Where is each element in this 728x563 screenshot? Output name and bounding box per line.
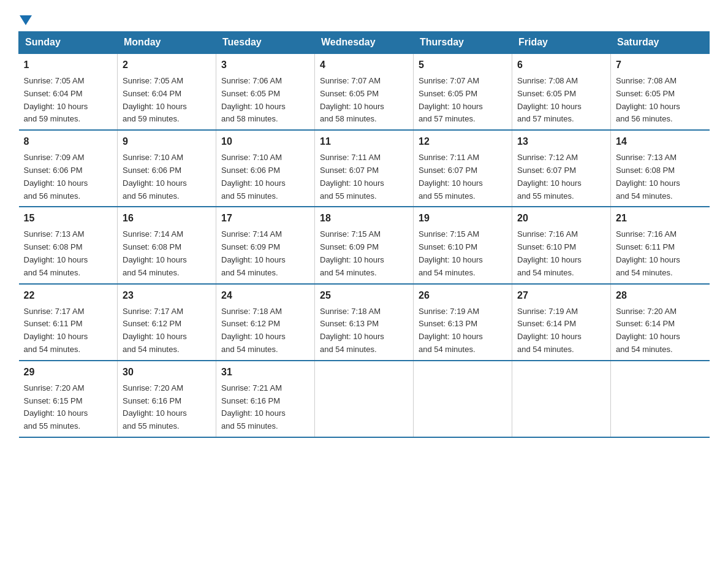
day-info: Sunrise: 7:07 AMSunset: 6:05 PMDaylight:…	[419, 76, 483, 123]
day-number: 16	[123, 211, 211, 226]
calendar-cell: 5 Sunrise: 7:07 AMSunset: 6:05 PMDayligh…	[414, 53, 512, 130]
calendar-cell: 24 Sunrise: 7:18 AMSunset: 6:12 PMDaylig…	[216, 284, 315, 361]
day-info: Sunrise: 7:20 AMSunset: 6:16 PMDaylight:…	[123, 383, 187, 431]
day-info: Sunrise: 7:14 AMSunset: 6:09 PMDaylight:…	[221, 229, 286, 277]
page-header	[18, 12, 710, 25]
day-number: 5	[419, 58, 507, 72]
day-number: 2	[123, 58, 211, 72]
day-number: 3	[221, 58, 309, 72]
calendar-cell: 7 Sunrise: 7:08 AMSunset: 6:05 PMDayligh…	[611, 53, 710, 130]
calendar-cell: 2 Sunrise: 7:05 AMSunset: 6:04 PMDayligh…	[118, 53, 216, 130]
calendar-cell: 6 Sunrise: 7:08 AMSunset: 6:05 PMDayligh…	[512, 53, 611, 130]
calendar-cell: 11 Sunrise: 7:11 AMSunset: 6:07 PMDaylig…	[315, 130, 414, 207]
calendar-cell: 31 Sunrise: 7:21 AMSunset: 6:16 PMDaylig…	[216, 361, 315, 437]
day-header-tuesday: Tuesday	[216, 32, 315, 54]
day-info: Sunrise: 7:20 AMSunset: 6:14 PMDaylight:…	[616, 307, 680, 354]
day-number: 29	[24, 365, 113, 380]
day-header-wednesday: Wednesday	[315, 32, 414, 54]
calendar-week-3: 15 Sunrise: 7:13 AMSunset: 6:08 PMDaylig…	[19, 207, 710, 283]
day-header-thursday: Thursday	[414, 32, 512, 54]
calendar-week-5: 29 Sunrise: 7:20 AMSunset: 6:15 PMDaylig…	[19, 361, 710, 437]
calendar-cell	[414, 361, 512, 437]
calendar-cell: 21 Sunrise: 7:16 AMSunset: 6:11 PMDaylig…	[611, 207, 710, 283]
calendar-cell	[611, 361, 710, 437]
calendar-cell: 14 Sunrise: 7:13 AMSunset: 6:08 PMDaylig…	[611, 130, 710, 207]
day-number: 7	[616, 58, 705, 72]
day-info: Sunrise: 7:13 AMSunset: 6:08 PMDaylight:…	[616, 153, 680, 200]
day-number: 10	[221, 134, 309, 149]
calendar-cell: 10 Sunrise: 7:10 AMSunset: 6:06 PMDaylig…	[216, 130, 315, 207]
day-number: 9	[123, 134, 211, 149]
day-number: 15	[24, 211, 113, 226]
day-number: 13	[517, 134, 605, 149]
day-info: Sunrise: 7:18 AMSunset: 6:13 PMDaylight:…	[320, 307, 384, 354]
day-info: Sunrise: 7:09 AMSunset: 6:06 PMDaylight:…	[24, 153, 88, 200]
calendar-cell: 12 Sunrise: 7:11 AMSunset: 6:07 PMDaylig…	[414, 130, 512, 207]
day-number: 24	[221, 288, 309, 303]
day-number: 12	[419, 134, 507, 149]
day-number: 14	[616, 134, 705, 149]
day-header-friday: Friday	[512, 32, 611, 54]
calendar-cell: 20 Sunrise: 7:16 AMSunset: 6:10 PMDaylig…	[512, 207, 611, 283]
calendar-week-4: 22 Sunrise: 7:17 AMSunset: 6:11 PMDaylig…	[19, 284, 710, 361]
day-info: Sunrise: 7:17 AMSunset: 6:12 PMDaylight:…	[123, 307, 187, 354]
day-number: 1	[24, 58, 113, 72]
calendar-cell: 4 Sunrise: 7:07 AMSunset: 6:05 PMDayligh…	[315, 53, 414, 130]
day-info: Sunrise: 7:16 AMSunset: 6:11 PMDaylight:…	[616, 229, 680, 277]
calendar-week-2: 8 Sunrise: 7:09 AMSunset: 6:06 PMDayligh…	[19, 130, 710, 207]
day-number: 8	[24, 134, 113, 149]
day-info: Sunrise: 7:07 AMSunset: 6:05 PMDaylight:…	[320, 76, 384, 123]
day-number: 4	[320, 58, 408, 72]
day-info: Sunrise: 7:17 AMSunset: 6:11 PMDaylight:…	[24, 307, 88, 354]
day-header-sunday: Sunday	[19, 32, 118, 54]
day-info: Sunrise: 7:08 AMSunset: 6:05 PMDaylight:…	[517, 76, 582, 123]
day-number: 31	[221, 365, 309, 380]
day-number: 19	[419, 211, 507, 226]
calendar-cell: 29 Sunrise: 7:20 AMSunset: 6:15 PMDaylig…	[19, 361, 118, 437]
day-info: Sunrise: 7:15 AMSunset: 6:10 PMDaylight:…	[419, 229, 483, 277]
calendar-cell: 25 Sunrise: 7:18 AMSunset: 6:13 PMDaylig…	[315, 284, 414, 361]
day-info: Sunrise: 7:08 AMSunset: 6:05 PMDaylight:…	[616, 76, 680, 123]
day-info: Sunrise: 7:13 AMSunset: 6:08 PMDaylight:…	[24, 229, 88, 277]
day-info: Sunrise: 7:11 AMSunset: 6:07 PMDaylight:…	[419, 153, 483, 200]
logo-triangle-icon	[20, 15, 32, 25]
day-info: Sunrise: 7:21 AMSunset: 6:16 PMDaylight:…	[221, 383, 286, 431]
calendar-cell: 18 Sunrise: 7:15 AMSunset: 6:09 PMDaylig…	[315, 207, 414, 283]
calendar-cell	[315, 361, 414, 437]
day-info: Sunrise: 7:12 AMSunset: 6:07 PMDaylight:…	[517, 153, 582, 200]
day-info: Sunrise: 7:19 AMSunset: 6:13 PMDaylight:…	[419, 307, 483, 354]
calendar-cell: 15 Sunrise: 7:13 AMSunset: 6:08 PMDaylig…	[19, 207, 118, 283]
day-number: 23	[123, 288, 211, 303]
calendar-cell: 23 Sunrise: 7:17 AMSunset: 6:12 PMDaylig…	[118, 284, 216, 361]
day-number: 20	[517, 211, 605, 226]
calendar-cell: 28 Sunrise: 7:20 AMSunset: 6:14 PMDaylig…	[611, 284, 710, 361]
day-number: 11	[320, 134, 408, 149]
day-number: 17	[221, 211, 309, 226]
day-info: Sunrise: 7:10 AMSunset: 6:06 PMDaylight:…	[221, 153, 286, 200]
day-info: Sunrise: 7:20 AMSunset: 6:15 PMDaylight:…	[24, 383, 88, 431]
day-info: Sunrise: 7:06 AMSunset: 6:05 PMDaylight:…	[221, 76, 286, 123]
day-number: 25	[320, 288, 408, 303]
day-info: Sunrise: 7:19 AMSunset: 6:14 PMDaylight:…	[517, 307, 582, 354]
calendar-cell: 8 Sunrise: 7:09 AMSunset: 6:06 PMDayligh…	[19, 130, 118, 207]
calendar-cell: 27 Sunrise: 7:19 AMSunset: 6:14 PMDaylig…	[512, 284, 611, 361]
day-number: 27	[517, 288, 605, 303]
calendar-cell: 19 Sunrise: 7:15 AMSunset: 6:10 PMDaylig…	[414, 207, 512, 283]
day-info: Sunrise: 7:14 AMSunset: 6:08 PMDaylight:…	[123, 229, 187, 277]
calendar-cell: 1 Sunrise: 7:05 AMSunset: 6:04 PMDayligh…	[19, 53, 118, 130]
calendar-cell: 22 Sunrise: 7:17 AMSunset: 6:11 PMDaylig…	[19, 284, 118, 361]
day-info: Sunrise: 7:15 AMSunset: 6:09 PMDaylight:…	[320, 229, 384, 277]
calendar-cell: 16 Sunrise: 7:14 AMSunset: 6:08 PMDaylig…	[118, 207, 216, 283]
day-number: 6	[517, 58, 605, 72]
day-number: 26	[419, 288, 507, 303]
day-info: Sunrise: 7:10 AMSunset: 6:06 PMDaylight:…	[123, 153, 187, 200]
calendar-cell: 30 Sunrise: 7:20 AMSunset: 6:16 PMDaylig…	[118, 361, 216, 437]
day-number: 30	[123, 365, 211, 380]
calendar-week-1: 1 Sunrise: 7:05 AMSunset: 6:04 PMDayligh…	[19, 53, 710, 130]
day-info: Sunrise: 7:11 AMSunset: 6:07 PMDaylight:…	[320, 153, 384, 200]
calendar-table: SundayMondayTuesdayWednesdayThursdayFrid…	[18, 31, 710, 438]
day-number: 22	[24, 288, 113, 303]
calendar-cell: 3 Sunrise: 7:06 AMSunset: 6:05 PMDayligh…	[216, 53, 315, 130]
calendar-cell: 13 Sunrise: 7:12 AMSunset: 6:07 PMDaylig…	[512, 130, 611, 207]
day-number: 28	[616, 288, 705, 303]
